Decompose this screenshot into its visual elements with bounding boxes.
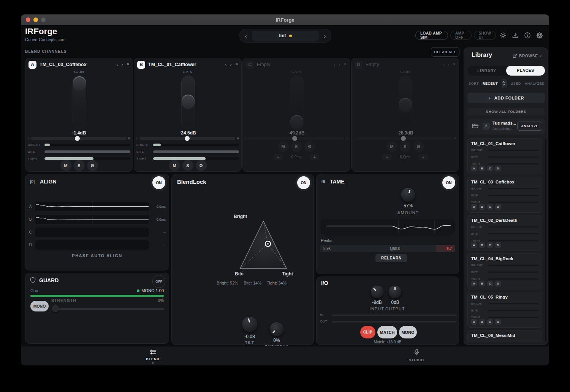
theme-brightness-icon[interactable] (500, 32, 507, 39)
channel-a-pan-slider[interactable]: L R (28, 136, 130, 141)
preset-display[interactable]: Init (252, 31, 319, 41)
channel-b-close-icon[interactable]: ✕ (235, 62, 238, 67)
export-download-icon[interactable] (512, 32, 519, 39)
phase-auto-align-button[interactable]: PHASE AUTO ALIGN (25, 253, 169, 258)
company-link[interactable]: Cohen-Concepts.com (25, 37, 65, 42)
guard-strength-slider[interactable] (52, 308, 164, 310)
item-bright-slider[interactable] (488, 226, 539, 228)
assign-c-button[interactable]: C (487, 319, 493, 325)
assign-a-button[interactable]: A (471, 204, 477, 210)
channel-b-bite-slider[interactable]: BITE (136, 149, 239, 154)
input-gain-knob[interactable] (371, 286, 383, 298)
item-tight-slider[interactable] (488, 163, 539, 165)
guard-off-toggle[interactable]: OFF (152, 275, 165, 288)
item-tight-slider[interactable] (488, 278, 539, 280)
channel-b-next-ir-icon[interactable]: › (230, 62, 232, 67)
assign-b-button[interactable]: B (479, 166, 485, 171)
channel-d-delay-plus-button[interactable]: + (419, 154, 428, 160)
channel-c-delay-minus-button[interactable]: − (274, 154, 283, 160)
item-bright-slider[interactable] (488, 149, 539, 151)
assign-d-button[interactable]: D (495, 281, 501, 286)
library-item[interactable]: TM_CL_01_Catflower BRIGHT BITE TIGHT A B… (467, 138, 542, 174)
channel-d-delay-minus-button[interactable]: − (382, 154, 391, 160)
analyze-button[interactable]: ANALYZE (517, 122, 542, 131)
sort-used-button[interactable]: USED (511, 82, 521, 85)
item-tight-slider[interactable] (488, 316, 539, 318)
sort-analyzed-button[interactable]: ANALYZED (525, 82, 545, 85)
channel-b-phase-button[interactable]: Ø (196, 160, 207, 171)
channel-c-close-icon[interactable]: ✕ (344, 62, 347, 67)
item-tight-slider[interactable] (488, 240, 539, 242)
assign-b-button[interactable]: B (479, 319, 485, 325)
assign-d-button[interactable]: D (495, 166, 501, 171)
tame-on-toggle[interactable]: ON (442, 176, 455, 189)
channel-c-prev-ir-icon[interactable]: ‹ (334, 62, 336, 67)
assign-d-button[interactable]: D (495, 204, 501, 210)
assign-d-button[interactable]: D (495, 319, 501, 325)
assign-a-button[interactable]: A (471, 166, 477, 171)
channel-a-gain-fader[interactable] (73, 76, 86, 129)
guard-mono-button[interactable]: MONO (30, 301, 49, 311)
channel-b-pan-slider[interactable]: L R (136, 136, 239, 141)
library-scrollbar[interactable] (545, 139, 546, 341)
assign-a-button[interactable]: A (471, 242, 477, 248)
tab-places[interactable]: PLACES (506, 66, 545, 76)
channel-d-next-ir-icon[interactable]: › (448, 62, 449, 67)
output-gain-knob[interactable] (389, 286, 401, 298)
assign-c-button[interactable]: C (487, 242, 493, 248)
channel-b-mute-button[interactable]: M (169, 160, 180, 171)
channel-c-delay-plus-button[interactable]: + (310, 154, 319, 160)
library-item[interactable]: TM_CL_04_BigRock BRIGHT BITE TIGHT A B C… (467, 253, 542, 289)
tab-studio[interactable]: STUDIO (401, 349, 432, 362)
amp-off-button[interactable]: AMP OFF (450, 31, 472, 40)
item-bright-slider[interactable] (488, 188, 539, 190)
preset-prev-icon[interactable]: ‹ (240, 33, 252, 39)
relearn-button[interactable]: RELEARN (375, 254, 407, 262)
show-ui-button[interactable]: SHOW UI (474, 31, 496, 40)
channel-b-bright-slider[interactable]: BRIGHT (136, 142, 239, 147)
channel-a-bite-slider[interactable]: BITE (28, 149, 130, 154)
library-item[interactable]: TM_CL_03_Coffebox BRIGHT BITE TIGHT A B … (467, 177, 542, 213)
assign-c-button[interactable]: C (487, 281, 493, 286)
channel-a-solo-button[interactable]: S (74, 160, 85, 171)
item-tight-slider[interactable] (488, 201, 539, 203)
folder-collapse-button[interactable]: ^ (483, 123, 490, 130)
tab-blend[interactable]: BLEND (138, 349, 168, 364)
assign-b-button[interactable]: B (479, 281, 485, 286)
channel-b-solo-button[interactable]: S (182, 160, 193, 171)
assign-d-button[interactable]: D (495, 242, 501, 248)
channel-d-close-icon[interactable]: ✕ (453, 62, 456, 67)
peaks-row[interactable]: 8.9k Q60.0 -9.7 (320, 245, 455, 252)
close-window-button[interactable] (26, 17, 30, 22)
channel-d-mute-button[interactable]: M (386, 141, 397, 152)
tame-eq-display[interactable] (320, 218, 455, 235)
tilt-knob[interactable] (242, 317, 257, 332)
clear-all-button[interactable]: CLEAR ALL (431, 47, 459, 57)
channel-a-phase-button[interactable]: Ø (87, 160, 98, 171)
item-bite-slider[interactable] (488, 233, 539, 235)
show-all-folders-button[interactable]: SHOW ALL FOLDERS (467, 108, 545, 115)
assign-b-button[interactable]: B (479, 204, 485, 210)
align-on-toggle[interactable]: ON (152, 176, 165, 189)
align-waveform-d[interactable] (35, 240, 150, 250)
settings-gear-icon[interactable] (536, 32, 543, 39)
library-item[interactable]: TM_CL_06_MessiMid (467, 330, 542, 342)
channel-b-prev-ir-icon[interactable]: ‹ (225, 62, 227, 67)
blendlock-on-toggle[interactable]: ON (297, 176, 310, 189)
item-bite-slider[interactable] (488, 194, 539, 196)
item-bite-slider[interactable] (488, 310, 539, 311)
load-amp-sim-button[interactable]: LOAD AMP SIM (415, 31, 448, 40)
match-button[interactable]: MATCH (377, 326, 397, 338)
channel-d-pan-slider[interactable]: L R (354, 136, 456, 141)
channel-a-next-ir-icon[interactable]: › (122, 62, 123, 67)
item-bright-slider[interactable] (488, 303, 539, 305)
library-item[interactable]: TM_CL_02_DarkDeath BRIGHT BITE TIGHT A B… (467, 215, 542, 251)
channel-d-solo-button[interactable]: S (400, 141, 411, 152)
folder-card[interactable]: ^ Tue mads... /Users/mitc... ANALYZE (467, 119, 545, 134)
item-bite-slider[interactable] (488, 271, 539, 273)
library-collapse-icon[interactable]: › (540, 52, 542, 58)
add-folder-button[interactable]: + ADD FOLDER (467, 93, 545, 103)
channel-c-pan-slider[interactable]: L R (245, 136, 348, 141)
align-waveform-c[interactable] (35, 227, 150, 237)
channel-d-prev-ir-icon[interactable]: ‹ (443, 62, 444, 67)
